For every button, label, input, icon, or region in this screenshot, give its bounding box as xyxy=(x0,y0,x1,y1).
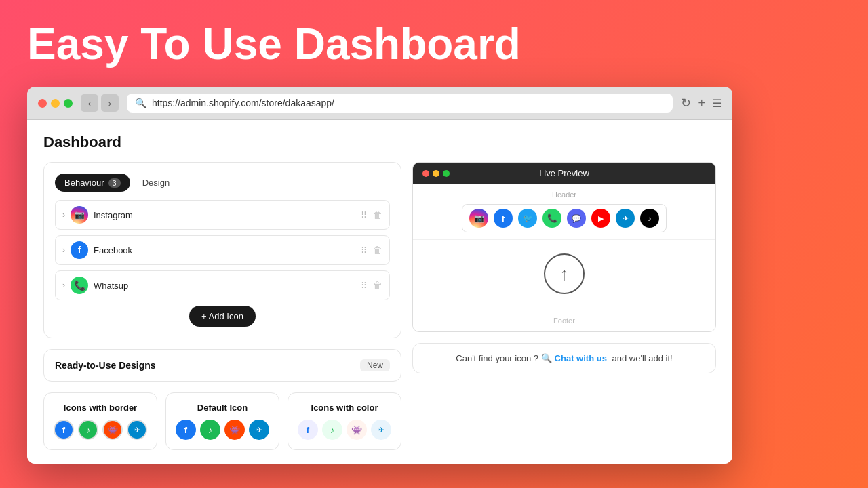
preview-tw-icon: 🐦 xyxy=(518,209,537,228)
preview-ig-icon: 📷 xyxy=(469,209,488,228)
upload-icon: ↑ xyxy=(544,253,585,294)
icons-with-border-title: Icons with border xyxy=(54,403,147,413)
browser-window: ‹ › 🔍 https://admin.shopify.com/store/da… xyxy=(27,87,732,464)
preview-footer-label: Footer xyxy=(553,317,575,325)
page-title: Dashboard xyxy=(43,134,716,151)
preview-dot-yellow xyxy=(433,170,439,177)
preview-upload-area: ↑ xyxy=(413,240,715,308)
instagram-icon: 📷 xyxy=(71,206,88,224)
preview-footer: Footer xyxy=(413,308,715,331)
cant-find-text: Can't find your icon ? 🔍 xyxy=(456,353,551,363)
fb-default-icon: f xyxy=(176,420,196,440)
cant-find-suffix: and we'll add it! xyxy=(610,353,673,363)
preview-header: Header 📷 f 🐦 📞 💬 ▶ ✈ ♪ xyxy=(413,184,715,240)
spotify-bordered-icon: ♪ xyxy=(78,420,98,440)
url-bar[interactable]: 🔍 https://admin.shopify.com/store/dakaas… xyxy=(127,94,673,113)
browser-dots xyxy=(38,99,73,108)
dot-maximize[interactable] xyxy=(64,99,73,108)
delete-icon[interactable]: 🗑 xyxy=(373,280,382,291)
design-tab-label: Design xyxy=(142,178,170,188)
icons-with-color-row: f ♪ 👾 ✈ xyxy=(298,420,391,440)
behaviour-tab-label: Behaviour xyxy=(64,178,104,188)
fb-bordered-icon: f xyxy=(54,420,74,440)
social-item-facebook: › f Facebook ⠿ 🗑 xyxy=(55,235,390,265)
preview-header-label: Header xyxy=(420,190,709,199)
ready-to-use-card: Ready-to-Use Designs New xyxy=(43,349,401,382)
chevron-icon[interactable]: › xyxy=(62,210,65,220)
preview-titlebar: Live Preview xyxy=(413,163,715,184)
browser-content: Dashboard Behaviour 3 Design xyxy=(27,120,732,464)
delete-icon[interactable]: 🗑 xyxy=(373,245,382,256)
preview-dots xyxy=(422,170,450,177)
reddit-default-icon: 👾 xyxy=(224,420,245,440)
icons-with-border-row: f ♪ 👾 ✈ xyxy=(54,420,147,440)
preview-body: Header 📷 f 🐦 📞 💬 ▶ ✈ ♪ xyxy=(413,184,715,331)
icons-with-color-title: Icons with color xyxy=(298,403,391,413)
social-item-whatsapp: › 📞 Whatsup ⠿ 🗑 xyxy=(55,270,390,300)
telegram-default-icon: ✈ xyxy=(249,420,269,440)
ready-label: Ready-to-Use Designs xyxy=(55,360,156,371)
preview-yt-icon: ▶ xyxy=(591,209,610,228)
spotify-default-icon: ♪ xyxy=(200,420,220,440)
dot-close[interactable] xyxy=(38,99,47,108)
forward-button[interactable]: › xyxy=(101,94,119,112)
preview-discord-icon: 💬 xyxy=(567,209,586,228)
whatsapp-icon: 📞 xyxy=(71,277,88,294)
reddit-color-icon: 👾 xyxy=(347,420,367,440)
left-panel: Behaviour 3 Design › 📷 Instagram ⠿ 🗑 xyxy=(43,162,401,450)
fb-color-icon: f xyxy=(298,420,318,440)
spotify-color-icon: ♪ xyxy=(322,420,342,440)
dot-minimize[interactable] xyxy=(51,99,60,108)
whatsapp-label: Whatsup xyxy=(94,281,355,291)
hero-title: Easy To Use Dashboard xyxy=(27,20,521,68)
behaviour-tab-badge: 3 xyxy=(108,178,121,188)
tabs-row: Behaviour 3 Design xyxy=(55,174,390,192)
instagram-label: Instagram xyxy=(94,210,355,220)
social-item-instagram: › 📷 Instagram ⠿ 🗑 xyxy=(55,200,390,230)
telegram-bordered-icon: ✈ xyxy=(127,420,147,440)
add-tab-button[interactable]: + xyxy=(698,96,705,110)
default-icon-card: Default Icon f ♪ 👾 ✈ xyxy=(165,392,279,450)
browser-actions: ↻ + ☰ xyxy=(681,96,722,110)
chevron-icon[interactable]: › xyxy=(62,281,65,290)
behaviour-tab[interactable]: Behaviour 3 xyxy=(55,174,130,192)
drag-icon[interactable]: ⠿ xyxy=(361,245,368,256)
new-badge: New xyxy=(360,359,390,371)
live-preview-window: Live Preview Header 📷 f 🐦 📞 💬 xyxy=(412,162,716,332)
facebook-icon: f xyxy=(71,241,88,259)
search-icon: 🔍 xyxy=(135,98,146,108)
icons-with-color-card: Icons with color f ♪ 👾 ✈ xyxy=(288,392,401,450)
preview-dot-red xyxy=(422,170,429,177)
default-icon-row: f ♪ 👾 ✈ xyxy=(176,420,269,440)
icon-styles-row: Icons with border f ♪ 👾 ✈ Default Icon f xyxy=(43,392,401,450)
chat-link[interactable]: Chat with us xyxy=(555,353,607,363)
reload-button[interactable]: ↻ xyxy=(681,96,691,110)
add-icon-button[interactable]: + Add Icon xyxy=(189,306,256,327)
behaviour-design-card: Behaviour 3 Design › 📷 Instagram ⠿ 🗑 xyxy=(43,162,401,338)
url-text: https://admin.shopify.com/store/dakaasap… xyxy=(152,98,334,108)
browser-titlebar: ‹ › 🔍 https://admin.shopify.com/store/da… xyxy=(27,87,732,120)
preview-fb-icon: f xyxy=(494,209,513,228)
telegram-color-icon: ✈ xyxy=(371,420,391,440)
reddit-bordered-icon: 👾 xyxy=(102,420,123,440)
back-button[interactable]: ‹ xyxy=(81,94,98,112)
preview-tt-icon: ♪ xyxy=(640,209,659,228)
preview-title: Live Preview xyxy=(539,168,589,178)
drag-icon[interactable]: ⠿ xyxy=(361,281,368,291)
browser-nav: ‹ › xyxy=(81,94,119,112)
delete-icon[interactable]: 🗑 xyxy=(373,209,382,220)
cant-find-card: Can't find your icon ? 🔍 Chat with us an… xyxy=(412,343,716,373)
drag-icon[interactable]: ⠿ xyxy=(361,210,368,220)
facebook-label: Facebook xyxy=(94,245,355,256)
preview-tg-icon: ✈ xyxy=(616,209,635,228)
chevron-icon[interactable]: › xyxy=(62,245,65,255)
right-panel: Live Preview Header 📷 f 🐦 📞 💬 xyxy=(412,162,716,450)
dashboard-grid: Behaviour 3 Design › 📷 Instagram ⠿ 🗑 xyxy=(43,162,716,450)
icons-with-border-card: Icons with border f ♪ 👾 ✈ xyxy=(43,392,157,450)
preview-icons-bar: 📷 f 🐦 📞 💬 ▶ ✈ ♪ xyxy=(462,204,667,232)
preview-wa-icon: 📞 xyxy=(542,209,561,228)
default-icon-title: Default Icon xyxy=(176,403,269,413)
menu-button[interactable]: ☰ xyxy=(712,97,722,110)
design-tab[interactable]: Design xyxy=(133,174,179,192)
preview-dot-green xyxy=(443,170,450,177)
